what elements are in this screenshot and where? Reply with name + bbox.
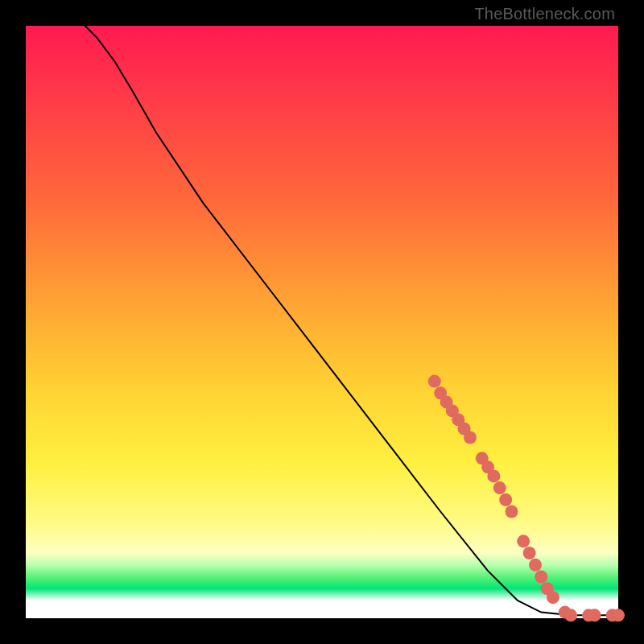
data-point [487,469,500,482]
data-point [529,559,542,572]
watermark-text: TheBottleneck.com [474,5,615,23]
data-point [517,535,530,547]
data-point [612,609,625,621]
data-point [493,481,506,494]
points-group [428,375,625,622]
data-point [588,609,601,621]
data-point [547,591,559,604]
data-point [523,547,536,559]
data-point [464,431,477,444]
chart-overlay [26,26,618,618]
data-point [506,506,518,518]
data-point [564,609,577,621]
data-point [428,375,441,388]
chart-frame: TheBottleneck.com [0,0,644,644]
data-point [535,571,547,584]
main-curve [85,26,618,615]
data-point [499,493,512,506]
